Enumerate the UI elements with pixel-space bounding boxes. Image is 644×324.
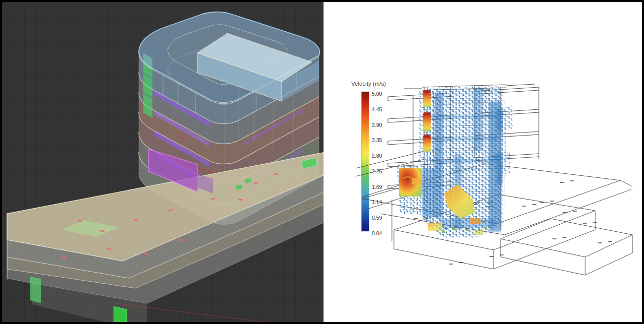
- colorbar-tick-label: 0.59: [372, 215, 382, 221]
- hotspot-cap: [424, 135, 430, 138]
- podium: [7, 149, 324, 322]
- hotspot: [412, 178, 422, 184]
- colorbar-tick-label: 2.25: [372, 168, 382, 174]
- hotspot: [423, 136, 431, 152]
- velocity-vector-field: [397, 86, 513, 238]
- colorbar-tick-label: 1.69: [372, 184, 382, 190]
- colorbar-tick-labels: 5.00 4.45 3.90 3.35 2.80 2.25 1.69 1.14 …: [372, 91, 382, 236]
- colorbar-tick-label: 2.80: [372, 153, 382, 159]
- colorbar-tick-label: 5.00: [372, 91, 382, 97]
- building-model: [2, 2, 324, 322]
- colorbar-tick-label: 3.90: [372, 122, 382, 128]
- hotspot-cap: [424, 90, 430, 93]
- colorbar: Velocity (m/s) 5.00 4.45 3.90 3.35 2.80 …: [351, 81, 386, 236]
- hotspot: [474, 230, 484, 235]
- colorbar-gradient: [362, 92, 369, 231]
- colorbar-title: Velocity (m/s): [351, 81, 386, 87]
- hotspot-cap: [424, 112, 430, 115]
- cfd-plot: Velocity (m/s) 5.00 4.45 3.90 3.35 2.80 …: [324, 2, 642, 322]
- hotspot: [428, 223, 442, 231]
- cfd-viewport[interactable]: Velocity (m/s) 5.00 4.45 3.90 3.35 2.80 …: [324, 2, 642, 322]
- hotspot: [423, 113, 431, 132]
- colorbar-tick-label: 4.45: [372, 106, 382, 112]
- screenshot-frame: Velocity (m/s) 5.00 4.45 3.90 3.35 2.80 …: [0, 0, 644, 324]
- colorbar-tick-label: 3.35: [372, 137, 382, 143]
- model-viewport[interactable]: [2, 2, 324, 322]
- colorbar-tick-label: 0.04: [372, 230, 382, 236]
- hotspot: [423, 91, 431, 107]
- hotspot: [469, 218, 480, 224]
